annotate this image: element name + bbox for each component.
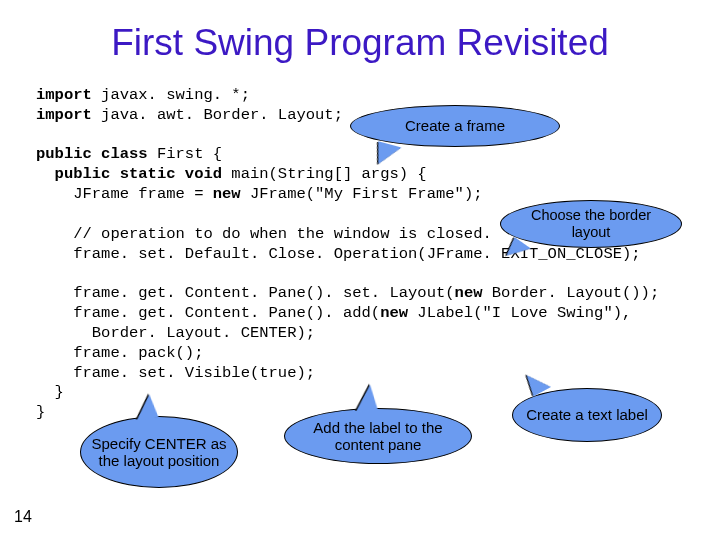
code-text: frame. set. Visible(true); <box>36 364 315 382</box>
callout-text: Create a frame <box>405 117 505 134</box>
kw-psv: public static void <box>36 165 222 183</box>
callout-tail <box>133 394 158 421</box>
code-text: JFrame frame = <box>36 185 213 203</box>
code-text: JLabel("I Love Swing"), <box>408 304 631 322</box>
code-text: Border. Layout()); <box>482 284 659 302</box>
code-text: frame. get. Content. Pane(). add( <box>36 304 380 322</box>
callout-border-layout: Choose the border layout <box>500 200 682 248</box>
callout-text: Choose the border layout <box>511 207 671 240</box>
code-text: } <box>36 383 64 401</box>
code-text: First { <box>148 145 222 163</box>
kw-new: new <box>380 304 408 322</box>
slide: First Swing Program Revisited import jav… <box>0 0 720 540</box>
page-number: 14 <box>14 508 32 526</box>
callout-text: Specify CENTER as the layout position <box>91 435 227 470</box>
code-text: frame. pack(); <box>36 344 203 362</box>
kw-public-class: public class <box>36 145 148 163</box>
kw-new: new <box>455 284 483 302</box>
callout-create-label: Create a text label <box>512 388 662 442</box>
callout-tail <box>354 384 378 411</box>
code-text: java. awt. Border. Layout; <box>92 106 343 124</box>
code-text: javax. swing. *; <box>92 86 250 104</box>
code-text: JFrame("My First Frame"); <box>241 185 483 203</box>
code-text: // operation to do when the window is cl… <box>36 225 492 243</box>
code-text: frame. set. Default. Close. Operation(JF… <box>36 245 641 263</box>
page-title: First Swing Program Revisited <box>36 22 684 64</box>
callout-text: Create a text label <box>526 406 648 423</box>
callout-text: Add the label to the content pane <box>295 419 461 454</box>
code-text: main(String[] args) { <box>222 165 427 183</box>
callout-create-frame: Create a frame <box>350 105 560 147</box>
code-text: Border. Layout. CENTER); <box>36 324 315 342</box>
code-text: frame. get. Content. Pane(). set. Layout… <box>36 284 455 302</box>
callout-center-position: Specify CENTER as the layout position <box>80 416 238 488</box>
callout-add-label: Add the label to the content pane <box>284 408 472 464</box>
kw-import: import <box>36 106 92 124</box>
code-block: import javax. swing. *; import java. awt… <box>36 86 684 423</box>
kw-new: new <box>213 185 241 203</box>
kw-import: import <box>36 86 92 104</box>
code-text: } <box>36 403 45 421</box>
